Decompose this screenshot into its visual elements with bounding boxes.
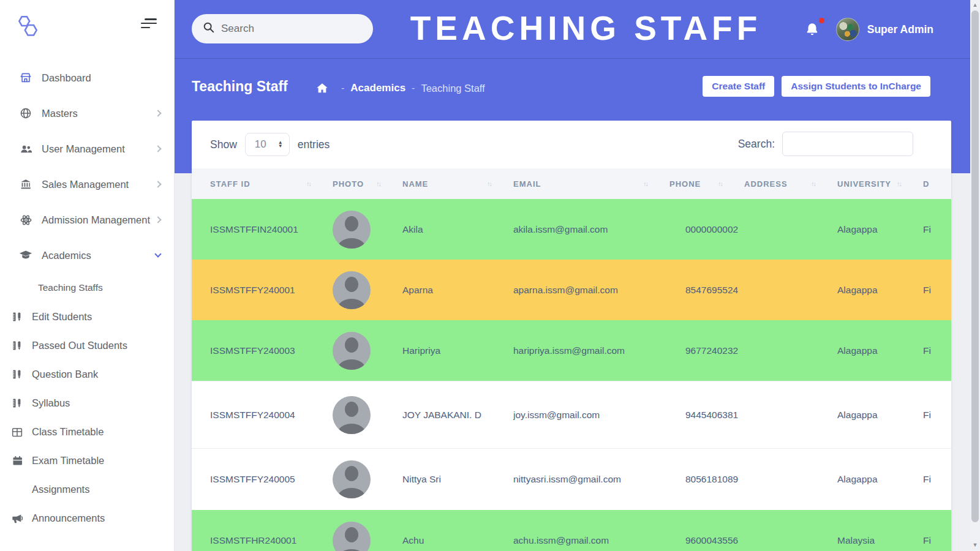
column-label: STAFF ID [210,179,251,189]
create-staff-button[interactable]: Create Staff [703,76,774,97]
column-label: PHOTO [333,179,364,189]
cell-name: Akila [402,224,513,235]
sidebar-item-assignments[interactable]: Assignments [0,475,174,504]
column-header-email[interactable]: EMAIL↑↓ [513,179,669,189]
table-search-control: Search: [738,132,913,156]
sidebar-item-syllabus[interactable]: Syllabus [0,389,174,418]
user-avatar[interactable] [836,18,859,41]
cell-photo [333,271,402,309]
breadcrumb-current: Teaching Staff [421,83,484,94]
cell-staff-id: ISSMSTFFY240005 [210,474,333,485]
table-row[interactable]: ISSMSTFFIN240001Akilaakila.issm@gmail.co… [192,199,951,260]
assign-students-button[interactable]: Assign Students to InCharge [782,76,930,97]
page-head: Teaching Staff - Academics - Teaching St… [192,76,970,103]
sidebar-item-edit-students[interactable]: Edit Students [0,302,174,331]
table-search-input[interactable] [782,132,913,156]
table-row[interactable]: ISSMSTFFY240003Haripriyaharipriya.issm@g… [192,320,951,381]
table-row[interactable]: ISSMSTFFY240001Aparnaaparna.issm@gmail.c… [192,260,951,320]
table-header-row: STAFF ID↑↓PHOTO↑↓NAME↑↓EMAIL↑↓PHONE↑↓ADD… [192,168,951,199]
staff-avatar [333,522,371,551]
entries-select-value: 10 [255,138,278,151]
chevron-right-icon [154,110,161,116]
sidebar-item-sales-management[interactable]: Sales Management [0,167,174,202]
sidebar-item-masters[interactable]: Masters [0,96,174,131]
sidebar-item-label: Teaching Staffs [38,282,103,293]
cell-department: Fi [923,474,951,485]
sort-icon[interactable]: ↑↓ [643,180,647,187]
sidebar-item-admission-management[interactable]: Admission Management [0,202,174,238]
column-header-staff-id[interactable]: STAFF ID↑↓ [210,179,333,189]
staff-avatar [333,332,371,370]
head-actions: Create Staff Assign Students to InCharge [703,76,930,97]
atom-icon [18,212,33,227]
scrollbar-thumb[interactable] [971,10,979,522]
cell-photo [333,332,402,370]
sidebar-header [0,0,174,59]
search-icon [203,21,215,36]
cell-staff-id: ISSMSTFFIN240001 [210,224,333,235]
globe-icon [18,106,33,121]
content-card: Show 10 ▲▼ entries Search: STAFF ID↑↓PHO… [192,121,951,551]
chevron-down-icon [154,250,161,257]
cell-staff-id: ISSMSTFHR240001 [210,535,333,546]
sort-icon[interactable]: ↑↓ [811,180,815,187]
cell-name: Aparna [402,285,513,296]
sort-icon[interactable]: ↑↓ [306,180,311,187]
sidebar-item-label: Announcements [32,512,105,524]
notifications-bell-icon[interactable] [804,21,820,37]
sidebar-item-passed-out-students[interactable]: Passed Out Students [0,331,174,360]
sidebar-item-exam-timetable[interactable]: Exam Timetable [0,446,174,475]
breadcrumb-separator: - [341,83,344,94]
scroll-down-icon[interactable]: ▼ [970,540,980,550]
sort-icon[interactable]: ↑↓ [897,180,901,187]
entries-select[interactable]: 10 ▲▼ [245,133,290,156]
scroll-up-icon[interactable]: ▲ [970,0,980,10]
sidebar-item-question-bank[interactable]: Question Bank [0,360,174,389]
app-window: DashboardMastersUser ManagementSales Man… [0,0,980,551]
cell-phone: 0000000002 [669,224,744,235]
table-row[interactable]: ISSMSTFFY240004JOY JABAKANI. Djoy.issm@g… [192,381,951,448]
sidebar-item-user-management[interactable]: User Management [0,131,174,167]
cell-university: Malaysia [837,535,923,546]
column-header-name[interactable]: NAME↑↓ [402,179,513,189]
sidebar-item-class-timetable[interactable]: Class Timetable [0,418,174,446]
sort-icon[interactable]: ↑↓ [376,180,380,187]
sort-icon[interactable]: ↑↓ [487,180,491,187]
cell-photo [333,396,402,434]
breadcrumb: - Academics - Teaching Staff [315,81,485,95]
vertical-scrollbar[interactable]: ▲ ▼ [970,0,980,551]
select-stepper-icon: ▲▼ [278,141,283,148]
sidebar-item-teaching-staffs[interactable]: Teaching Staffs [0,273,174,302]
cell-phone: 8056181089 [669,474,744,485]
column-label: UNIVERSITY [837,179,891,189]
table-search-label: Search: [738,138,775,151]
column-header-phone[interactable]: PHONE↑↓ [669,179,744,189]
sort-icon[interactable]: ↑↓ [718,180,722,187]
global-search-input[interactable] [221,23,356,35]
column-header-address[interactable]: ADDRESS↑↓ [744,179,837,189]
cell-email: achu.issm@gmail.com [513,535,669,546]
table-row[interactable]: ISSMSTFHR240001Achuachu.issm@gmail.com96… [192,510,951,551]
user-name[interactable]: Super Admin [867,23,933,36]
main-area: TEACHING STAFF Super Admin Teaching Staf… [175,0,970,551]
cell-university: Alagappa [837,285,923,296]
sidebar-item-label: User Management [42,143,125,155]
column-header-photo[interactable]: PHOTO↑↓ [333,179,402,189]
cell-email: joy.issm@gmail.com [513,410,669,421]
column-header-university[interactable]: UNIVERSITY↑↓ [837,179,923,189]
column-header-d[interactable]: D [923,179,951,189]
table-row[interactable]: ISSMSTFFY240005Nittya Srinittyasri.issm@… [192,448,951,510]
sidebar-item-label: Assignments [32,484,89,495]
breadcrumb-academics[interactable]: Academics [350,82,405,94]
cell-photo [333,460,402,498]
store-icon [18,70,33,85]
home-icon[interactable] [315,81,329,95]
sidebar-item-label: Passed Out Students [32,340,127,351]
sidebar-toggle-icon[interactable] [141,18,157,29]
sidebar-item-academics[interactable]: Academics [0,238,174,273]
app-logo-icon [15,13,40,42]
sidebar-item-announcements[interactable]: Announcements [0,504,174,533]
page-title: Teaching Staff [192,78,288,95]
chevron-right-icon [154,181,161,187]
sidebar-item-dashboard[interactable]: Dashboard [0,60,174,96]
